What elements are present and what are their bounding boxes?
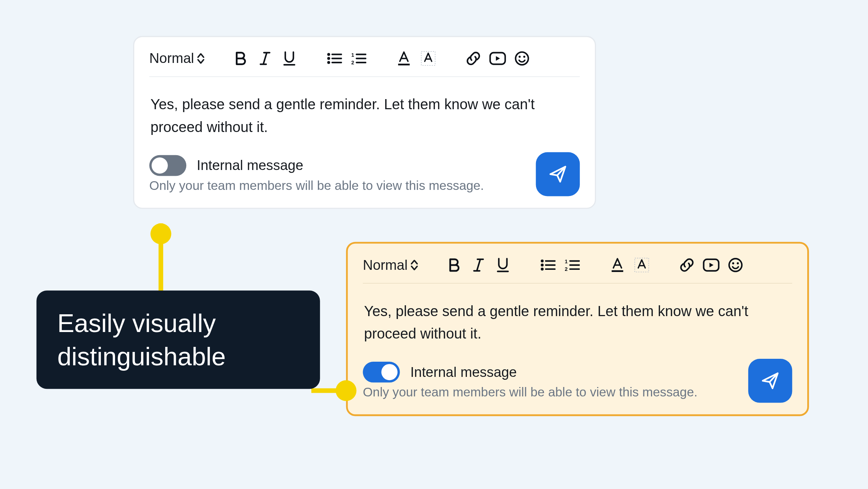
highlight-color-icon[interactable] — [420, 50, 437, 67]
send-icon — [760, 371, 780, 390]
svg-point-0 — [327, 53, 330, 56]
text-color-icon[interactable] — [395, 50, 413, 67]
text-style-label: Normal — [149, 50, 194, 67]
editor-toolbar: Normal 12 — [363, 256, 792, 284]
chevron-sort-icon — [197, 53, 204, 64]
send-icon — [548, 164, 567, 184]
internal-toggle-label: Internal message — [197, 157, 303, 173]
svg-point-9 — [519, 56, 521, 58]
numbered-list-icon[interactable]: 12 — [564, 256, 581, 274]
svg-point-20 — [732, 262, 735, 264]
composer-footer: Internal message Only your team members … — [363, 358, 792, 403]
svg-point-10 — [523, 56, 526, 58]
underline-icon[interactable] — [494, 256, 512, 274]
link-icon[interactable] — [465, 50, 482, 67]
message-composer-default: Normal 12 — [133, 36, 596, 209]
underline-icon[interactable] — [281, 50, 298, 67]
svg-text:2: 2 — [565, 266, 568, 272]
text-color-icon[interactable] — [609, 256, 626, 274]
internal-toggle-hint: Only your team members will be able to v… — [363, 384, 697, 400]
internal-toggle-hint: Only your team members will be able to v… — [149, 178, 484, 193]
svg-text:1: 1 — [352, 52, 354, 58]
send-button[interactable] — [748, 358, 792, 403]
text-style-select[interactable]: Normal — [149, 50, 205, 67]
svg-point-2 — [327, 61, 330, 64]
internal-toggle-label: Internal message — [410, 364, 517, 380]
svg-text:1: 1 — [565, 259, 568, 264]
annotation-dot — [150, 224, 171, 244]
bullet-list-icon[interactable] — [540, 256, 557, 274]
svg-point-1 — [327, 57, 330, 60]
text-style-label: Normal — [363, 257, 408, 273]
svg-rect-5 — [398, 64, 410, 65]
message-composer-internal: Normal 12 — [346, 242, 809, 416]
composer-footer: Internal message Only your team members … — [149, 152, 580, 196]
svg-point-11 — [541, 260, 544, 263]
svg-point-13 — [541, 268, 544, 271]
italic-icon[interactable] — [256, 50, 274, 67]
bold-icon[interactable] — [232, 50, 250, 67]
internal-message-toggle[interactable] — [363, 361, 400, 382]
bullet-list-icon[interactable] — [326, 50, 343, 67]
editor-toolbar: Normal 12 — [149, 50, 580, 77]
svg-point-21 — [737, 262, 739, 264]
svg-text:2: 2 — [352, 60, 354, 65]
emoji-icon[interactable] — [514, 50, 531, 67]
internal-message-toggle[interactable] — [149, 155, 186, 176]
italic-icon[interactable] — [470, 256, 488, 274]
annotation-callout: Easily visually distinguishable — [37, 290, 320, 389]
message-body[interactable]: Yes, please send a gentle reminder. Let … — [149, 77, 580, 152]
emoji-icon[interactable] — [727, 256, 744, 274]
svg-point-19 — [729, 259, 742, 271]
svg-point-12 — [541, 264, 544, 267]
svg-point-8 — [516, 52, 528, 65]
message-body[interactable]: Yes, please send a gentle reminder. Let … — [363, 284, 792, 358]
video-icon[interactable] — [489, 50, 507, 67]
chevron-sort-icon — [411, 260, 418, 270]
bold-icon[interactable] — [446, 256, 463, 274]
highlight-color-icon[interactable] — [633, 256, 651, 274]
numbered-list-icon[interactable]: 12 — [350, 50, 368, 67]
text-style-select[interactable]: Normal — [363, 257, 418, 273]
send-button[interactable] — [536, 152, 580, 196]
annotation-dot — [336, 380, 357, 401]
svg-rect-16 — [612, 270, 624, 272]
link-icon[interactable] — [678, 256, 696, 274]
video-icon[interactable] — [703, 256, 720, 274]
